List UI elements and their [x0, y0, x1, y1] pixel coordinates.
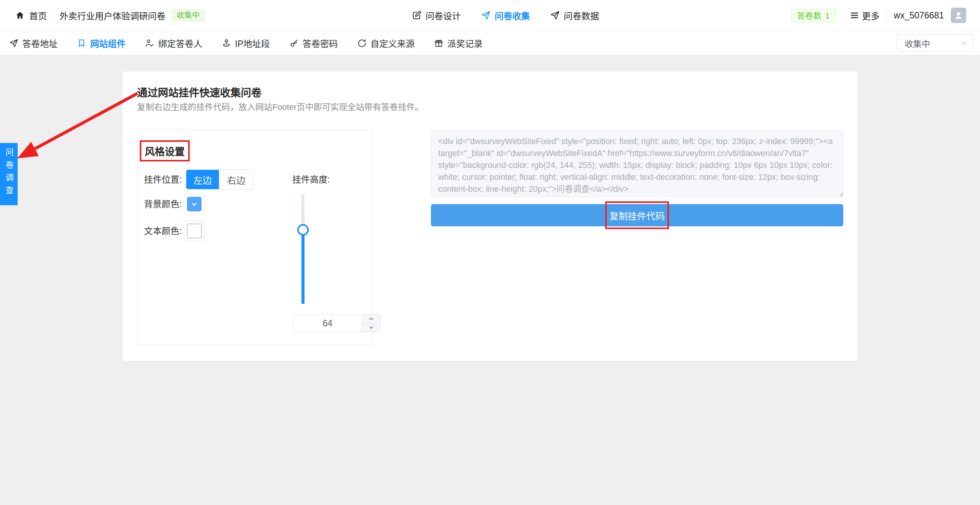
- page-content: 通过网站挂件快速收集问卷 复制右边生成的挂件代码，放入网站Footer页中即可实…: [0, 55, 980, 361]
- height-stepper: [362, 315, 380, 332]
- more-label: 更多: [862, 9, 880, 22]
- survey-title: 外卖行业用户体验调研问卷: [60, 9, 166, 22]
- subnav-answer-password[interactable]: 答卷密码: [289, 37, 338, 50]
- home-label: 首页: [29, 9, 47, 22]
- widget-position-label: 挂件位置:: [144, 169, 182, 189]
- subnav-website-widget[interactable]: 网站组件: [77, 37, 126, 50]
- subnav-label: IP地址段: [235, 37, 270, 50]
- person-icon: [954, 10, 963, 20]
- position-option-left[interactable]: 左边: [186, 170, 219, 189]
- text-color-swatch: [187, 224, 202, 238]
- bg-color-label: 背景颜色:: [144, 194, 182, 214]
- avatar[interactable]: [951, 8, 966, 23]
- subnav-label: 绑定答卷人: [158, 37, 202, 50]
- height-value[interactable]: 64: [293, 315, 362, 332]
- page-title: 通过网站挂件快速收集问卷: [137, 87, 843, 99]
- answers-count-value: 1: [825, 12, 830, 20]
- tab-survey-collect[interactable]: 问卷收集: [481, 9, 530, 22]
- answers-count-badge[interactable]: 答卷数 1: [791, 9, 836, 22]
- survey-status-badge: 收集中: [172, 9, 205, 22]
- subnav-reward-records[interactable]: 派奖记录: [434, 37, 483, 50]
- chevron-up-icon: [368, 316, 374, 322]
- top-bar: 首页 外卖行业用户体验调研问卷 收集中 问卷设计 问卷收集 问卷数据 答卷数 1…: [0, 0, 980, 31]
- send-icon: [9, 38, 18, 48]
- chevron-down-icon: [960, 39, 968, 47]
- edit-icon: [412, 10, 422, 20]
- more-menu-button[interactable]: 更多: [850, 9, 880, 22]
- username[interactable]: wx_5076681: [894, 10, 944, 21]
- chevron-down-icon: [368, 324, 374, 331]
- tab-survey-data[interactable]: 问卷数据: [550, 9, 599, 22]
- divider: [53, 10, 53, 20]
- menu-icon: [850, 11, 859, 20]
- stepper-down-button[interactable]: [362, 324, 380, 332]
- copy-button-label: 复制挂件代码: [609, 211, 665, 221]
- tab-label: 问卷设计: [425, 9, 461, 22]
- stepper-up-button[interactable]: [362, 315, 380, 324]
- page-subtitle: 复制右边生成的挂件代码，放入网站Footer页中即可实现全站带有答卷挂件。: [137, 101, 843, 113]
- widget-code-textarea[interactable]: <div id="dwsurveyWebSiteFixed" style="po…: [431, 130, 843, 197]
- subnav-bind-respondents[interactable]: 绑定答卷人: [145, 37, 202, 50]
- ip-range-icon: [222, 38, 231, 48]
- height-slider-handle[interactable]: [297, 224, 309, 236]
- answers-count-label: 答卷数: [797, 12, 821, 20]
- height-slider-fill: [301, 230, 305, 304]
- position-option-right[interactable]: 右边: [219, 170, 253, 189]
- status-select-value: 收集中: [905, 37, 960, 49]
- survey-widget-text: 问卷调查: [0, 148, 18, 199]
- subnav-label: 网站组件: [90, 37, 126, 50]
- send-icon: [481, 10, 491, 20]
- home-link[interactable]: 首页: [15, 9, 47, 22]
- divider: [843, 10, 843, 20]
- copy-widget-code-button[interactable]: 复制挂件代码: [431, 204, 843, 226]
- widget-collect-card: 通过网站挂件快速收集问卷 复制右边生成的挂件代码，放入网站Footer页中即可实…: [122, 71, 858, 361]
- widget-position-toggle: 左边 右边: [186, 169, 253, 189]
- widget-height-label: 挂件高度:: [292, 172, 330, 185]
- key-icon: [289, 38, 299, 48]
- send-icon: [550, 10, 560, 20]
- collect-sub-nav: 答卷地址 网站组件 绑定答卷人 IP地址段 答卷密码 自定义来源 派奖记录 收集…: [0, 31, 980, 55]
- survey-status-select[interactable]: 收集中: [897, 34, 973, 52]
- divider: [887, 10, 887, 20]
- style-settings-panel: 风格设置 挂件位置: 左边 右边 背景颜色: 文本颜色: 挂件高度:: [137, 130, 372, 345]
- subnav-ip-range[interactable]: IP地址段: [222, 37, 270, 50]
- main-nav: 问卷设计 问卷收集 问卷数据: [412, 0, 599, 31]
- subnav-custom-source[interactable]: 自定义来源: [357, 37, 415, 50]
- bg-color-picker[interactable]: [184, 194, 205, 214]
- home-icon: [15, 11, 25, 20]
- height-number-input[interactable]: 64: [293, 314, 381, 332]
- style-settings-heading: 风格设置: [140, 140, 190, 161]
- subnav-label: 自定义来源: [371, 37, 415, 50]
- subnav-answer-address[interactable]: 答卷地址: [9, 37, 58, 50]
- text-color-label: 文本颜色:: [144, 221, 182, 241]
- bookmark-icon: [77, 38, 86, 48]
- tab-survey-design[interactable]: 问卷设计: [412, 9, 461, 22]
- survey-widget-preview[interactable]: 问卷调查: [0, 143, 18, 205]
- subnav-label: 答卷密码: [303, 37, 338, 50]
- gift-icon: [434, 38, 444, 48]
- bg-color-swatch: [187, 197, 202, 211]
- tab-label: 问卷收集: [495, 9, 530, 22]
- subnav-label: 答卷地址: [22, 37, 58, 50]
- person-check-icon: [145, 38, 154, 48]
- widget-code-column: <div id="dwsurveyWebSiteFixed" style="po…: [431, 130, 843, 345]
- tab-label: 问卷数据: [564, 9, 599, 22]
- chevron-down-icon: [190, 200, 198, 208]
- subnav-label: 派奖记录: [447, 37, 483, 50]
- text-color-picker[interactable]: [184, 221, 205, 241]
- refresh-icon: [357, 38, 367, 48]
